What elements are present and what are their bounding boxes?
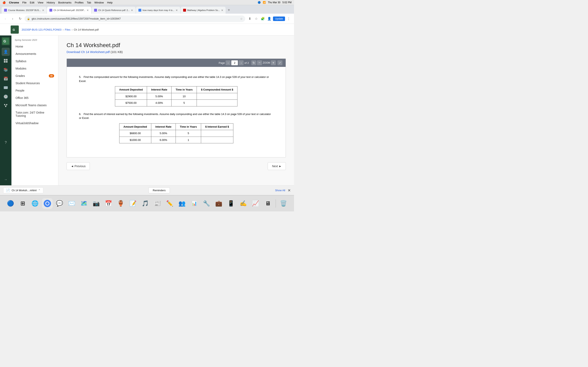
dock-music[interactable]: 🎵: [140, 198, 151, 209]
semester-label: Spring Semester 2023: [11, 35, 58, 43]
chrome-tabs-bar: Course Modules: 2023SP BUS... ✕ Ch 14 Wo…: [0, 5, 294, 14]
dock-notes[interactable]: 📝: [128, 198, 138, 209]
dock-excel[interactable]: 📈: [250, 198, 261, 209]
close-download-bar-button[interactable]: ✕: [288, 188, 291, 193]
menu-tab[interactable]: Tab: [87, 1, 91, 4]
pdf-zoom-in-button[interactable]: +: [271, 60, 276, 65]
profile-icon[interactable]: 👤: [267, 16, 272, 22]
chevron-up-icon[interactable]: ⌃: [38, 189, 41, 192]
nav-item-home[interactable]: Home: [11, 43, 58, 50]
dock-messages[interactable]: 💬: [54, 198, 65, 209]
back-button[interactable]: ‹: [2, 16, 8, 22]
tab-close-button[interactable]: ✕: [221, 9, 223, 12]
tab-close-button[interactable]: ✕: [86, 9, 89, 12]
dock-outlook[interactable]: 📊: [189, 198, 200, 209]
dock-system-prefs[interactable]: 🖥: [263, 198, 273, 209]
breadcrumb: G 2023SP-BUS-121-FON01,FON03 › Files › C…: [0, 24, 294, 35]
nav-item-tutor[interactable]: Tutor.com: 24/7 Online Tutoring: [11, 109, 58, 119]
dock-iphone[interactable]: 📱: [226, 198, 236, 209]
nav-item-announcements[interactable]: Announcements: [11, 50, 58, 58]
menu-history[interactable]: History: [47, 1, 55, 4]
dock-facetime[interactable]: 📷: [91, 198, 102, 209]
download-icon[interactable]: ⬇: [247, 16, 252, 22]
menu-chrome[interactable]: Chrome: [9, 1, 19, 4]
pdf-page-input[interactable]: [231, 60, 238, 65]
pdf-next-page-button[interactable]: ›: [239, 60, 243, 65]
dock-amphora[interactable]: 🏺: [116, 198, 126, 209]
pdf-page-total: of 2: [244, 61, 249, 64]
reload-button[interactable]: ↻: [17, 16, 23, 22]
show-all-button[interactable]: Show All: [275, 189, 285, 192]
dock-chrome[interactable]: [42, 198, 53, 209]
breadcrumb-course[interactable]: 2023SP-BUS-121-FON01,FON03: [22, 28, 61, 31]
dock-app-store[interactable]: 🔧: [201, 198, 212, 209]
dock-news[interactable]: 📰: [152, 198, 163, 209]
pdf-rotate-button[interactable]: ↻: [251, 60, 256, 65]
bookmark-icon[interactable]: ☆: [253, 16, 259, 22]
sidebar-icon-account[interactable]: 👤: [2, 48, 10, 56]
nav-item-modules[interactable]: Modules: [11, 65, 58, 72]
nav-item-teams[interactable]: Microsoft Teams classes: [11, 101, 58, 109]
dock-finder[interactable]: 🔵: [5, 198, 16, 209]
tab-close-button[interactable]: ✕: [176, 9, 178, 12]
update-button[interactable]: Update: [273, 17, 285, 21]
pdf-prev-page-button[interactable]: ‹: [226, 60, 231, 65]
tab-ch14-worksheet[interactable]: Ch 14 Worksheet.pdf: 2023SP... ✕: [47, 7, 91, 14]
dock-maps[interactable]: 🗺️: [79, 198, 89, 209]
new-tab-button[interactable]: +: [226, 7, 232, 13]
sidebar-icon-history[interactable]: 🕐: [2, 92, 10, 101]
download-link[interactable]: Download Ch 14 Worksheet.pdf: [67, 50, 110, 54]
nav-item-office365[interactable]: Office 365: [11, 94, 58, 101]
table-header-amount-deposited: Amount Deposited: [115, 86, 147, 93]
nav-item-grades[interactable]: Grades 40: [11, 72, 58, 80]
dock-launchpad[interactable]: ⊞: [17, 198, 28, 209]
nav-item-people[interactable]: People: [11, 87, 58, 94]
reminders-button[interactable]: Reminders: [148, 187, 170, 193]
menu-help[interactable]: Help: [107, 1, 113, 4]
nav-item-student-resources[interactable]: Student Resources: [11, 80, 58, 87]
tab-ch14-quickref[interactable]: Ch 14 Quick Reference.pdf: 2... ✕: [92, 7, 136, 14]
breadcrumb-files[interactable]: Files: [65, 28, 70, 31]
dock-keynote[interactable]: ✍️: [238, 198, 249, 209]
table-header-compounded-amount: $ Compounded Amount $: [197, 86, 237, 93]
menu-file[interactable]: File: [22, 1, 26, 4]
download-badge[interactable]: 📄 Ch 14 Worksh....mhtml ⌃: [3, 187, 43, 193]
tab-google-search[interactable]: how many days from may 4 to... ✕: [136, 7, 180, 14]
sidebar-icon-dashboard[interactable]: [2, 57, 10, 65]
forward-button[interactable]: ›: [10, 16, 16, 22]
dock-pages[interactable]: ✏️: [164, 198, 175, 209]
address-bar[interactable]: 🔒 gtcc.instructure.com/courses/5913/file…: [25, 16, 245, 22]
star-icon[interactable]: ☆: [240, 17, 243, 20]
next-button[interactable]: Next ►: [268, 162, 286, 170]
nav-item-virtualjob[interactable]: VirtualJobShadow: [11, 119, 58, 127]
menu-window[interactable]: Window: [94, 1, 104, 4]
dock-teams[interactable]: 👥: [177, 198, 187, 209]
dock-mail[interactable]: ✉️: [67, 198, 77, 209]
dock-trash[interactable]: 🗑️: [278, 198, 289, 209]
tab-close-button[interactable]: ✕: [131, 9, 133, 12]
sidebar-icon-help[interactable]: ?: [2, 139, 10, 147]
sidebar-icon-calendar[interactable]: 📅: [2, 75, 10, 83]
extension-icon[interactable]: 🧩: [260, 16, 266, 22]
tab-mathway[interactable]: Mathway | Algebra Problem So... ✕: [181, 7, 226, 14]
nav-item-syllabus[interactable]: Syllabus: [11, 58, 58, 65]
page-subtitle: Download Ch 14 Worksheet.pdf (101 KB): [67, 50, 286, 54]
sidebar-expand-button[interactable]: →: [2, 175, 10, 184]
apple-menu[interactable]: 🍎: [2, 1, 6, 4]
menu-bookmarks[interactable]: Bookmarks: [58, 1, 71, 4]
tab-close-button[interactable]: ✕: [42, 9, 44, 12]
dock-word[interactable]: 💼: [214, 198, 224, 209]
sidebar-icon-inbox[interactable]: ✉️: [2, 83, 10, 92]
sidebar-icon-commons[interactable]: [2, 101, 10, 110]
tab-course-modules[interactable]: Course Modules: 2023SP BUS... ✕: [2, 7, 47, 14]
menu-profiles[interactable]: Profiles: [75, 1, 84, 4]
menu-view[interactable]: View: [38, 1, 43, 4]
pdf-fullscreen-button[interactable]: ⤢: [277, 60, 282, 65]
sidebar-icon-courses[interactable]: 📚: [2, 66, 10, 74]
previous-button[interactable]: ◄ Previous: [67, 162, 90, 170]
dock-calendar[interactable]: 📅: [103, 198, 114, 209]
dock-safari[interactable]: 🌐: [30, 198, 40, 209]
more-menu-button[interactable]: ⋮: [286, 16, 292, 22]
pdf-zoom-out-button[interactable]: −: [257, 60, 262, 65]
menu-edit[interactable]: Edit: [30, 1, 34, 4]
